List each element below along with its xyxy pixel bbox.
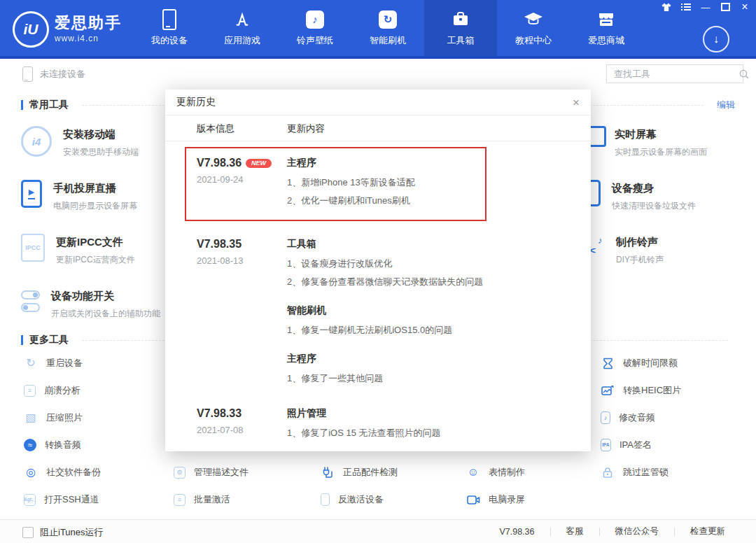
theme-skin-icon[interactable] <box>661 2 672 12</box>
tool-ipa-sign[interactable]: IPA IPA签名 <box>601 437 652 453</box>
app-logo: iU 爱思助手 www.i4.cn <box>13 11 122 48</box>
release-date: 2021-08-13 <box>197 255 287 266</box>
tool-title: 制作铃声 <box>616 236 664 249</box>
tool-subtitle: 更新IPCC运营商文件 <box>56 254 135 266</box>
tool-live-screen[interactable]: 实时屏幕 实时显示设备屏幕的画面 <box>580 126 707 158</box>
tool-label: 反激活设备 <box>338 493 384 506</box>
update-entry-v79833: V7.98.33 2021-07-08 照片管理 1、修复了iOS 15 无法查… <box>165 407 591 451</box>
tool-update-ipcc[interactable]: IPCC 更新IPCC文件 更新IPCC运营商文件 <box>21 234 135 266</box>
modal-close-button[interactable]: × <box>573 97 580 108</box>
tool-accessory-check[interactable]: 正品配件检测 <box>321 464 398 481</box>
nav-smart-flash[interactable]: ↻ 智能刷机 <box>351 0 424 56</box>
tool-batch-activate[interactable]: ≡ 批量激活 <box>174 491 230 508</box>
tool-subtitle: 电脑同步显示设备屏幕 <box>53 200 137 212</box>
section-marker <box>21 335 23 345</box>
maximize-button[interactable] <box>720 2 731 12</box>
nav-label: 智能刷机 <box>370 34 406 47</box>
tool-convert-audio[interactable]: ≈ 转换音频 <box>24 437 81 453</box>
update-section-heading: 智能刷机 <box>287 304 483 317</box>
app-url: www.i4.cn <box>55 34 122 43</box>
nav-store[interactable]: 爱思商城 <box>570 0 643 56</box>
nav-apps-games[interactable]: 应用游戏 <box>206 0 279 56</box>
update-entry-v79835: V7.98.35 2021-08-13 工具箱 1、设备瘦身进行改版优化 2、修… <box>165 238 591 388</box>
nav-toolbox[interactable]: 工具箱 <box>424 0 497 56</box>
release-date: 2021-09-24 <box>197 174 287 185</box>
update-item: 1、修复一键刷机无法刷机iOS15.0的问题 <box>287 321 483 339</box>
appstore-icon <box>233 10 251 29</box>
device-status-bar: 未连接设备 <box>0 59 756 90</box>
tool-subtitle: 快速清理设备垃圾文件 <box>612 200 696 212</box>
device-phone-icon <box>22 66 33 82</box>
tool-label: 转换音频 <box>45 439 81 451</box>
tool-screen-mirror[interactable]: ▶ 手机投屏直播 电脑同步显示设备屏幕 <box>21 180 137 212</box>
modal-column-headers: 版本信息 更新内容 <box>165 115 591 141</box>
tool-crack-screentime[interactable]: 破解时间限额 <box>601 355 678 372</box>
tool-screen-record[interactable]: 电脑录屏 <box>466 491 525 508</box>
ipa-file-icon: IPA <box>601 439 611 451</box>
search-input[interactable] <box>612 68 738 80</box>
app-title: 爱思助手 <box>55 15 122 31</box>
wechat-link[interactable]: 微信公众号 <box>600 526 675 537</box>
crash-report-icon: ≡ <box>24 385 36 397</box>
status-bar: 阻止iTunes运行 V7.98.36 客服 微信公众号 检查更新 <box>0 519 756 543</box>
tool-crash-analysis[interactable]: ≡ 崩溃分析 <box>24 382 80 399</box>
minimize-button[interactable]: — <box>700 2 711 12</box>
check-update-link[interactable]: 检查更新 <box>675 526 741 537</box>
tool-make-ringtone[interactable]: ✂♪ 制作铃声 DIY手机铃声 <box>582 234 664 266</box>
section-title: 更多工具 <box>29 334 69 346</box>
graduation-cap-icon <box>523 10 544 29</box>
restart-icon: ↻ <box>24 356 38 370</box>
download-manager-button[interactable]: ↓ <box>703 26 729 52</box>
close-window-button[interactable]: × <box>739 2 750 12</box>
tool-label: 管理描述文件 <box>194 466 248 479</box>
nav-label: 应用游戏 <box>224 34 260 47</box>
tool-label: 修改音频 <box>619 411 655 424</box>
tool-open-ssh[interactable]: &gt;_ 打开SSH通道 <box>24 491 99 508</box>
modal-header: 更新历史 × <box>165 90 591 115</box>
update-history-modal: 更新历史 × 版本信息 更新内容 V7.98.36 NEW 2021-09-24… <box>165 90 591 451</box>
tool-skip-mdm-lock[interactable]: 跳过监管锁 <box>601 464 668 481</box>
camera-icon <box>466 493 480 507</box>
search-icon[interactable] <box>738 69 750 80</box>
tool-search-box[interactable] <box>606 64 743 83</box>
tool-convert-heic[interactable]: 转换HEIC图片 <box>601 382 681 399</box>
tool-title: 手机投屏直播 <box>53 182 137 195</box>
tool-emoji-maker[interactable]: ☺ 表情制作 <box>466 464 525 481</box>
i4-logo-icon: iU <box>13 11 49 48</box>
tool-title: 设备功能开关 <box>51 290 160 303</box>
tool-social-backup[interactable]: ◎ 社交软件备份 <box>24 464 101 481</box>
tool-manage-profiles[interactable]: ⚙ 管理描述文件 <box>174 464 248 481</box>
audio-file-icon: ♪ <box>601 411 610 424</box>
tool-restart-device[interactable]: ↻ 重启设备 <box>24 355 83 372</box>
image-convert-icon <box>601 383 615 397</box>
tool-deactivate-device[interactable]: 反激活设备 <box>321 491 384 508</box>
lock-icon <box>601 465 615 479</box>
nav-my-devices[interactable]: 我的设备 <box>133 0 206 56</box>
ipcc-file-icon: IPCC <box>21 234 45 262</box>
tool-modify-audio[interactable]: ♪ 修改音频 <box>601 409 655 426</box>
block-itunes-option[interactable]: 阻止iTunes运行 <box>22 526 104 539</box>
nav-ringtones-wallpapers[interactable]: ♪ 铃声壁纸 <box>279 0 351 56</box>
update-item: 2、修复备份查看器微信聊天记录数据缺失的问题 <box>287 273 483 291</box>
customer-service-link[interactable]: 客服 <box>551 526 599 537</box>
edit-button[interactable]: 编辑 <box>717 99 735 111</box>
plug-cable-icon <box>321 465 335 479</box>
tool-label: 崩溃分析 <box>44 384 80 397</box>
tool-label: 正品配件检测 <box>343 466 398 479</box>
tool-feature-toggles[interactable]: 设备功能开关 开启或关闭设备上的辅助功能 <box>21 288 160 320</box>
section-marker <box>21 100 23 110</box>
nav-tutorials[interactable]: 教程中心 <box>497 0 570 56</box>
device-status: 未连接设备 <box>22 66 85 82</box>
modal-title: 更新历史 <box>176 96 216 108</box>
tool-install-mobile[interactable]: i4 安装移动端 安装爱思助手移动端 <box>21 126 139 158</box>
menu-list-icon[interactable] <box>680 2 692 12</box>
update-section-heading: 主程序 <box>287 353 483 365</box>
tool-title: 安装移动端 <box>63 128 139 141</box>
phone-icon <box>162 10 176 29</box>
block-itunes-checkbox[interactable] <box>22 527 34 538</box>
list-icon: ≡ <box>174 494 186 506</box>
nav-label: 工具箱 <box>447 34 475 47</box>
tool-compress-photos[interactable]: ▧ 压缩照片 <box>24 409 83 426</box>
tool-device-slim[interactable]: 设备瘦身 快速清理设备垃圾文件 <box>582 180 696 212</box>
tool-label: 社交软件备份 <box>46 466 101 479</box>
